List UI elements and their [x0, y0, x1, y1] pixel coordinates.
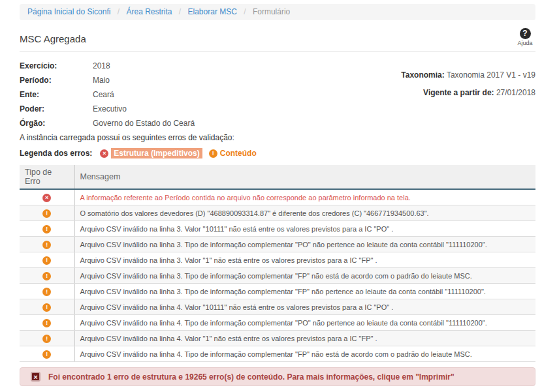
error-row: !Arquivo CSV inválido na linha 4. Tipo d… — [20, 315, 535, 331]
content-error-icon: ! — [42, 303, 51, 312]
error-legend: Legenda dos erros: × Estrutura (Impediti… — [20, 148, 535, 158]
help-label: Ajuda — [515, 40, 535, 46]
error-row: !Arquivo CSV inválido na linha 4. Tipo d… — [20, 346, 535, 362]
page: Página Inicial do Siconfi / Área Restrit… — [0, 4, 542, 392]
taxonomy-field-row: Vigente a partir de: 27/01/2018 — [401, 89, 535, 97]
field-value: Governo do Estado do Ceará — [93, 119, 195, 128]
taxonomy-field-row: Taxonomia: Taxonomia 2017 V1 - v19 — [401, 71, 535, 80]
error-row: !Arquivo CSV inválido na linha 4. Valor … — [20, 331, 535, 346]
content-error-icon: ! — [42, 209, 51, 218]
field-label: Taxonomia: — [401, 70, 444, 80]
breadcrumb-separator: / — [118, 7, 120, 16]
content-error-icon: ! — [42, 350, 51, 359]
taxonomy-info: Taxonomia: Taxonomia 2017 V1 - v19Vigent… — [401, 71, 535, 106]
column-header-tipo-de-erro: Tipo de Erro — [20, 165, 74, 189]
content-error-icon: ! — [209, 149, 217, 158]
alert-message: Foi encontrado 1 erro de estrutura e 192… — [48, 372, 454, 382]
error-table-body: ×A informação referente ao Período conti… — [20, 189, 535, 362]
field-value: Executivo — [93, 104, 127, 113]
field-value: Ceará — [93, 90, 114, 99]
error-message: Arquivo CSV inválido na linha 3. Tipo de… — [74, 284, 535, 299]
legend-content-label: Conteúdo — [220, 149, 257, 158]
breadcrumb: Página Inicial do Siconfi / Área Restrit… — [20, 4, 535, 20]
field-value: Taxonomia 2017 V1 - v19 — [447, 70, 535, 80]
column-header-mensagem: Mensagem — [74, 165, 535, 189]
breadcrumb-link-area-restrita[interactable]: Área Restrita — [126, 7, 172, 16]
title-row: MSC Agregada ? Ajuda — [20, 33, 535, 46]
content-error-icon: ! — [42, 272, 51, 280]
error-row: !Arquivo CSV inválido na linha 3. Tipo d… — [20, 284, 535, 299]
content-error-icon: ! — [42, 319, 51, 327]
content-error-icon: ! — [42, 288, 51, 296]
field-value: Maio — [93, 76, 110, 85]
breadcrumb-separator: / — [244, 7, 246, 16]
breadcrumb-link-pagina-inicial[interactable]: Página Inicial do Siconfi — [27, 7, 110, 16]
field-label: Vigente a partir de: — [423, 88, 494, 97]
error-row: !Arquivo CSV inválido na linha 3. Valor … — [20, 221, 535, 237]
validation-intro-text: A instância carregada possui os seguinte… — [20, 134, 535, 142]
error-message: Arquivo CSV inválido na linha 3. Valor "… — [74, 221, 535, 237]
legend-label: Legenda dos erros: — [20, 149, 92, 158]
structure-error-icon: × — [42, 194, 51, 202]
help-button[interactable]: ? Ajuda — [515, 28, 535, 46]
error-table: Tipo de Erro Mensagem ×A informação refe… — [20, 165, 535, 362]
content-error-icon: ! — [42, 241, 51, 249]
error-message: O somatório dos valores devedores (D) "4… — [74, 205, 535, 221]
error-summary-alert: × Foi encontrado 1 erro de estrutura e 1… — [20, 367, 535, 386]
field-label: Poder: — [20, 105, 93, 113]
error-row: !Arquivo CSV inválido na linha 3. Tipo d… — [20, 237, 535, 252]
error-message: A informação referente ao Período contid… — [74, 189, 535, 205]
info-field-row: Exercício:2018 — [20, 62, 535, 70]
content-error-icon: ! — [42, 225, 51, 234]
field-label: Exercício: — [20, 62, 93, 70]
help-icon[interactable]: ? — [520, 28, 531, 39]
field-label: Período: — [20, 76, 93, 85]
error-row: !Arquivo CSV inválido na linha 4. Valor … — [20, 299, 535, 315]
field-value: 27/01/2018 — [496, 88, 535, 97]
legend-structure-label: Estrutura (Impeditivos) — [111, 148, 202, 158]
error-message: Arquivo CSV inválido na linha 4. Tipo de… — [74, 346, 535, 362]
breadcrumb-current: Formulário — [253, 7, 290, 16]
content-error-icon: ! — [42, 256, 51, 265]
error-row: !O somatório dos valores devedores (D) "… — [20, 205, 535, 221]
title-divider — [20, 52, 535, 52]
error-message: Arquivo CSV inválido na linha 3. Tipo de… — [74, 237, 535, 252]
breadcrumb-separator: / — [179, 7, 181, 16]
page-title: MSC Agregada — [20, 33, 535, 44]
content-error-icon: ! — [42, 335, 51, 343]
error-message: Arquivo CSV inválido na linha 3. Valor "… — [74, 252, 535, 268]
info-section: Exercício:2018Período:MaioEnte:CearáPode… — [20, 62, 535, 142]
error-message: Arquivo CSV inválido na linha 4. Valor "… — [74, 331, 535, 346]
field-value: 2018 — [93, 61, 110, 70]
breadcrumb-link-elaborar-msc[interactable]: Elaborar MSC — [188, 7, 237, 16]
error-message: Arquivo CSV inválido na linha 4. Tipo de… — [74, 315, 535, 331]
error-message: Arquivo CSV inválido na linha 3. Tipo de… — [74, 268, 535, 284]
error-table-header-row: Tipo de Erro Mensagem — [20, 165, 535, 189]
error-row: ×A informação referente ao Período conti… — [20, 189, 535, 205]
field-label: Órgão: — [20, 119, 93, 128]
info-field-row: Órgão:Governo do Estado do Ceará — [20, 119, 535, 128]
alert-error-icon: × — [31, 372, 40, 382]
error-row: !Arquivo CSV inválido na linha 3. Valor … — [20, 252, 535, 268]
structure-error-icon: × — [100, 149, 108, 158]
error-message: Arquivo CSV inválido na linha 4. Valor "… — [74, 299, 535, 315]
error-row: !Arquivo CSV inválido na linha 3. Tipo d… — [20, 268, 535, 284]
field-label: Ente: — [20, 91, 93, 99]
